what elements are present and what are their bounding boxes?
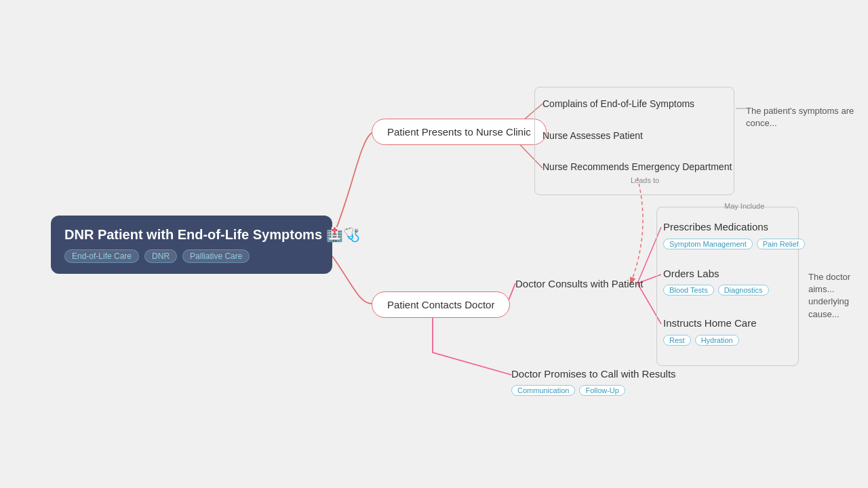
annotation-nurse: The patient's symptoms are conce... [746,105,868,129]
tag-hydration: Hydration [695,335,739,346]
tag-symptom: Symptom Management [663,239,753,249]
tag-eol: End-of-Life Care [64,249,139,263]
may-include-label: May Include [724,202,764,210]
tag-followup: Follow-Up [579,385,625,396]
tag-diagnostics: Diagnostics [718,285,769,296]
patient-contacts-label: Patient Contacts Doctor [387,299,494,310]
tag-pain: Pain Relief [757,239,805,249]
orders-tags: Blood Tests Diagnostics [663,285,769,296]
prescribes-node: Prescribes Medications [663,221,768,232]
nurse-clinic-node[interactable]: Patient Presents to Nurse Clinic [372,119,547,145]
tag-blood: Blood Tests [663,285,714,296]
complains-node: Complains of End-of-Life Symptoms [542,98,694,109]
central-node: DNR Patient with End-of-Life Symptoms 🏥🩺… [51,216,332,274]
annotation-doctor: The doctor aims... underlying cause... [808,271,868,321]
nurse-clinic-label: Patient Presents to Nurse Clinic [387,126,531,138]
doctor-consults-node: Doctor Consults with Patient [515,278,643,289]
instructs-node: Instructs Home Care [663,317,757,329]
nurse-assesses-node: Nurse Assesses Patient [542,130,643,141]
promises-tags: Communication Follow-Up [511,385,625,396]
leads-to-label: Leads to [631,176,659,184]
central-tags: End-of-Life Care DNR Palliative Care [64,249,319,263]
patient-contacts-node[interactable]: Patient Contacts Doctor [372,291,510,318]
instructs-tags: Rest Hydration [663,335,739,346]
orders-labs-node: Orders Labs [663,268,719,279]
tag-communication: Communication [511,385,575,396]
tag-palliative: Palliative Care [182,249,250,263]
prescribes-tags: Symptom Management Pain Relief [663,239,805,249]
tag-rest: Rest [663,335,691,346]
doctor-promises-node: Doctor Promises to Call with Results [511,368,676,380]
nurse-recommends-node: Nurse Recommends Emergency Department [542,161,732,172]
tag-dnr: DNR [144,249,177,263]
central-title: DNR Patient with End-of-Life Symptoms 🏥🩺 [64,226,319,243]
